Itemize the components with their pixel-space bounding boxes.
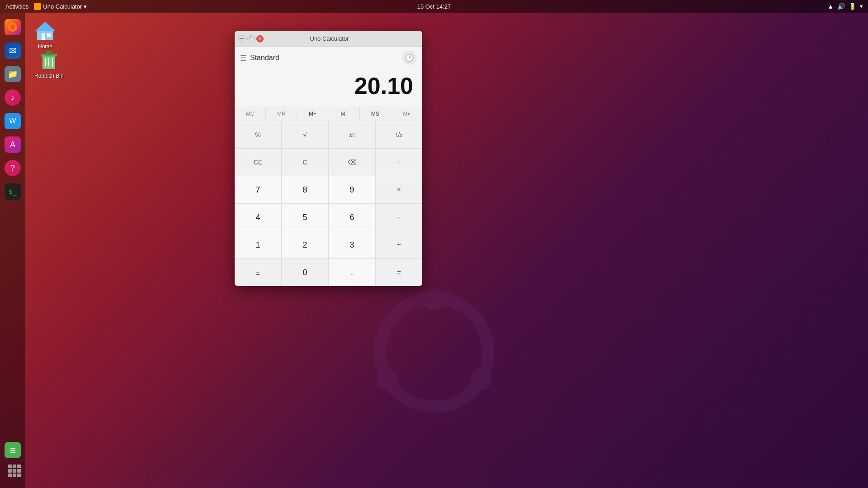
square-button[interactable]: x2: [329, 121, 375, 148]
topbar-left: Activities Uno Calculator ▾: [5, 3, 87, 10]
desktop-icon-home[interactable]: Home: [33, 18, 58, 52]
ce-button[interactable]: CE: [235, 149, 281, 176]
system-menu-icon[interactable]: ▾: [860, 3, 863, 9]
c-button[interactable]: C: [282, 149, 328, 176]
battery-icon: 🔋: [849, 3, 856, 10]
activities-label[interactable]: Activities: [5, 3, 28, 10]
seven-button[interactable]: 7: [235, 176, 281, 203]
svg-rect-4: [42, 33, 45, 40]
appstore-icon: A: [5, 136, 21, 153]
svg-rect-8: [46, 51, 52, 55]
memory-menu-button[interactable]: M▾: [391, 107, 422, 121]
zero-button[interactable]: 0: [282, 259, 328, 286]
nine-button[interactable]: 9: [329, 176, 375, 203]
calculator-titlebar: ─ □ ✕ Uno Calculator: [235, 31, 422, 47]
sqrt-button[interactable]: √: [282, 121, 328, 148]
calculator-mode: Standard: [250, 54, 279, 62]
add-button[interactable]: +: [376, 231, 422, 258]
memory-row: MC MR M+ M- MS M▾: [235, 107, 422, 121]
memory-recall-button[interactable]: MR: [266, 107, 297, 121]
calculator-title: Uno Calculator: [240, 35, 419, 42]
two-button[interactable]: 2: [282, 231, 328, 258]
dock-item-thunderbird[interactable]: ✉: [2, 40, 24, 61]
calculator-header: ☰ Standard 🕐: [235, 47, 422, 69]
dock-item-rhythmbox[interactable]: ♪: [2, 87, 24, 108]
topbar-right: ▲ 🔊 🔋 ▾: [827, 3, 863, 10]
wifi-icon: ▲: [827, 3, 834, 10]
history-button[interactable]: 🕐: [402, 51, 417, 65]
five-button[interactable]: 5: [282, 204, 328, 231]
app-indicator[interactable]: Uno Calculator ▾: [34, 3, 87, 10]
app-indicator-icon: [34, 3, 41, 10]
volume-icon: 🔊: [837, 3, 845, 10]
dock: ✉ 📁 ♪ W A ? $_ ⊞: [0, 13, 25, 488]
dock-item-writer[interactable]: W: [2, 110, 24, 132]
svg-point-1: [10, 24, 15, 30]
dock-item-appstore[interactable]: A: [2, 134, 24, 155]
desktop-icon-rubbish-bin[interactable]: Rubbish Bin: [33, 47, 66, 81]
svg-point-15: [470, 369, 492, 390]
three-button[interactable]: 3: [329, 231, 375, 258]
calculator-window: ─ □ ✕ Uno Calculator ☰ Standard 🕐 20.10 …: [235, 31, 422, 286]
plusminus-button[interactable]: ±: [235, 259, 281, 286]
divide-button[interactable]: ÷: [376, 149, 422, 176]
memory-store-button[interactable]: MS: [360, 107, 391, 121]
dock-item-files[interactable]: 📁: [2, 63, 24, 85]
dock-item-help[interactable]: ?: [2, 157, 24, 179]
calculator-body: ☰ Standard 🕐 20.10 MC MR M+ M- MS M▾ % √…: [235, 47, 422, 286]
svg-rect-5: [47, 33, 51, 37]
topbar: Activities Uno Calculator ▾ 15 Oct 14:27…: [0, 0, 868, 13]
dock-item-calc[interactable]: ⊞: [2, 439, 24, 461]
app-indicator-name: Uno Calculator: [43, 3, 82, 10]
inverse-button[interactable]: 1/x: [376, 121, 422, 148]
app-indicator-arrow: ▾: [84, 3, 87, 10]
eight-button[interactable]: 8: [282, 176, 328, 203]
rubbish-bin-label: Rubbish Bin: [34, 73, 64, 79]
svg-point-12: [380, 298, 488, 407]
calculator-display: 20.10: [235, 69, 422, 107]
libreoffice-calc-icon: ⊞: [5, 442, 21, 458]
rubbish-bin-icon: [38, 49, 60, 71]
equals-button[interactable]: =: [376, 259, 422, 286]
svg-point-14: [377, 369, 398, 390]
help-icon: ?: [5, 160, 21, 176]
one-button[interactable]: 1: [235, 231, 281, 258]
button-grid: % √ x2 1/x CE C ⌫ ÷ 7 8 9 × 4 5 6 − 1 2 …: [235, 121, 422, 286]
percent-button[interactable]: %: [235, 121, 281, 148]
decimal-button[interactable]: .: [329, 259, 375, 286]
svg-marker-3: [35, 22, 55, 31]
firefox-icon: [5, 19, 21, 35]
memory-clear-button[interactable]: MC: [235, 107, 266, 121]
memory-subtract-button[interactable]: M-: [328, 107, 359, 121]
backspace-button[interactable]: ⌫: [329, 149, 375, 176]
display-value: 20.10: [354, 72, 413, 99]
multiply-button[interactable]: ×: [376, 176, 422, 203]
subtract-button[interactable]: −: [376, 204, 422, 231]
home-icon: [34, 20, 56, 42]
topbar-datetime: 15 Oct 14:27: [417, 3, 451, 10]
svg-point-13: [423, 289, 445, 310]
terminal-icon: $_: [5, 183, 21, 200]
memory-add-button[interactable]: M+: [297, 107, 328, 121]
dock-item-firefox[interactable]: [2, 16, 24, 38]
rhythmbox-icon: ♪: [5, 89, 21, 106]
dock-item-terminal[interactable]: $_: [2, 181, 24, 202]
hamburger-menu-icon[interactable]: ☰: [240, 54, 246, 62]
six-button[interactable]: 6: [329, 204, 375, 231]
writer-icon: W: [5, 113, 21, 129]
four-button[interactable]: 4: [235, 204, 281, 231]
files-icon: 📁: [5, 66, 21, 82]
thunderbird-icon: ✉: [5, 42, 21, 59]
desktop-logo: [366, 285, 502, 420]
